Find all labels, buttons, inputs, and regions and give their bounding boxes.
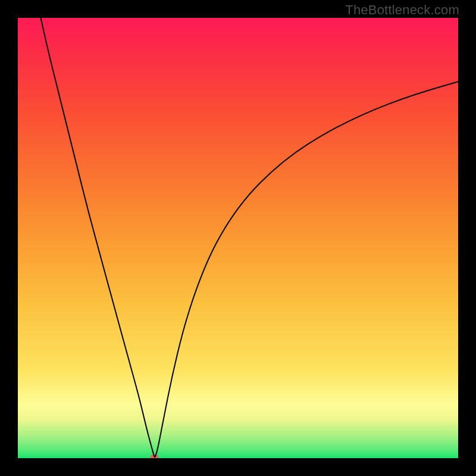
chart-frame: TheBottleneck.com — [0, 0, 476, 476]
chart-canvas — [18, 18, 458, 458]
plot-area — [18, 18, 458, 458]
watermark-text: TheBottleneck.com — [345, 2, 459, 18]
